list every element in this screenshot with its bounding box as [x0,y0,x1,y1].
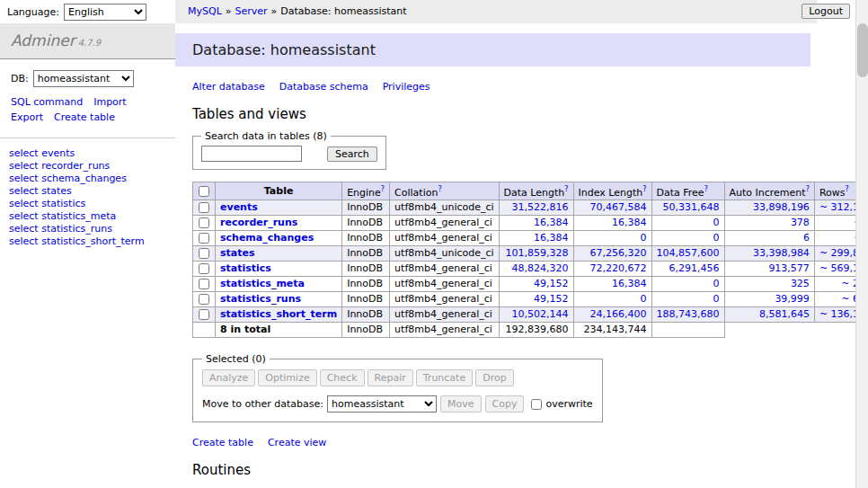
index-length-link-statistics[interactable]: 72,220,672 [590,262,647,274]
export-link[interactable]: Export [11,111,43,123]
table-link-states[interactable]: states [220,247,255,259]
sql-command-link[interactable]: SQL command [11,96,83,108]
vertical-scrollbar[interactable] [855,0,868,488]
table-link-statistics-runs[interactable]: statistics_runs [220,293,301,305]
row-checkbox-states[interactable] [199,248,209,259]
sidebar-select-events-link[interactable]: select events [9,147,166,159]
auto-increment-link-schema-changes[interactable]: 6 [803,232,810,244]
data-length-link-statistics-short-term[interactable]: 10,502,144 [512,308,569,320]
row-checkbox-statistics[interactable] [199,263,209,274]
data-length-link-statistics[interactable]: 48,824,320 [512,262,569,274]
data-free-link-statistics-meta[interactable]: 0 [713,278,720,289]
index-length-link-statistics-meta[interactable]: 16,384 [612,278,647,289]
sidebar-table-list: select eventsselect recorder_runsselect … [0,138,175,257]
table-link-statistics-meta[interactable]: statistics_meta [220,278,305,289]
index-length-help-link[interactable]: ? [642,185,646,193]
create-table-link[interactable]: Create table [192,437,253,448]
copy-button[interactable]: Copy [485,395,525,413]
search-button[interactable]: Search [327,146,377,162]
auto-increment-link-states[interactable]: 33,398,984 [753,247,810,259]
move-button[interactable]: Move [440,395,482,413]
data-free-help-link[interactable]: ? [704,185,708,193]
auto-increment-link-events[interactable]: 33,898,196 [753,201,810,213]
optimize-button[interactable]: Optimize [258,369,316,386]
row-checkbox-recorder-runs[interactable] [199,217,209,228]
table-link-statistics-short-term[interactable]: statistics_short_term [220,308,337,320]
row-checkbox-statistics-runs[interactable] [199,294,209,305]
auto-increment-link-statistics-runs[interactable]: 39,999 [775,293,810,305]
db-select[interactable]: homeassistant [33,70,134,87]
logout-button[interactable]: Logout [802,4,850,19]
auto-increment-help-link[interactable]: ? [806,185,810,193]
index-length-link-recorder-runs[interactable]: 16,384 [612,217,647,228]
check-button[interactable]: Check [320,369,365,386]
table-link-schema-changes[interactable]: schema_changes [220,232,314,244]
sidebar-select-statistics-meta-link[interactable]: select statistics_meta [9,210,166,222]
sidebar-select-recorder-runs-link[interactable]: select recorder_runs [9,160,166,172]
sidebar-select-statistics-runs-link[interactable]: select statistics_runs [9,223,166,235]
row-checkbox-events[interactable] [199,202,209,213]
data-length-help-link[interactable]: ? [564,185,568,193]
truncate-button[interactable]: Truncate [416,369,473,386]
select-all-checkbox[interactable] [199,186,209,197]
rows-link-statistics-runs[interactable]: ~ 628 [841,293,855,305]
index-length-link-statistics-short-term[interactable]: 24,166,400 [590,308,647,320]
auto-increment-link-statistics-short-term[interactable]: 8,581,645 [759,308,810,320]
auto-increment-link-recorder-runs[interactable]: 378 [791,217,810,228]
breadcrumb-current: Database: homeassistant [280,5,406,17]
data-length-link-statistics-meta[interactable]: 49,152 [534,278,569,289]
engine-help-link[interactable]: ? [381,185,385,193]
data-free-link-states[interactable]: 104,857,600 [657,247,720,259]
index-length-link-schema-changes[interactable]: 0 [641,232,647,244]
language-select[interactable]: English [64,4,146,21]
rows-link-events[interactable]: ~ 312,180 [819,201,855,213]
create-view-link[interactable]: Create view [268,437,326,448]
collation-help-link[interactable]: ? [438,185,441,193]
row-checkbox-schema-changes[interactable] [199,233,209,244]
rows-link-statistics-meta[interactable]: ~ 244 [841,278,855,289]
move-db-select[interactable]: homeassistant [327,395,437,413]
data-length-link-states[interactable]: 101,859,328 [506,247,569,259]
search-input[interactable] [201,146,302,162]
sidebar-select-statistics-short-term-link[interactable]: select statistics_short_term [9,235,166,247]
data-free-link-statistics-short-term[interactable]: 188,743,680 [657,308,720,320]
data-free-link-schema-changes[interactable]: 0 [713,232,720,244]
rows-help-link[interactable]: ? [845,185,848,193]
table-link-recorder-runs[interactable]: recorder_runs [220,217,297,228]
repair-button[interactable]: Repair [368,369,413,386]
data-length-link-events[interactable]: 31,522,816 [512,201,569,213]
privileges-link[interactable]: Privileges [383,81,430,93]
breadcrumb-mysql-link[interactable]: MySQL [188,5,222,17]
table-link-events[interactable]: events [220,201,258,213]
drop-button[interactable]: Drop [475,369,513,386]
table-link-statistics[interactable]: statistics [220,262,271,274]
alter-database-link[interactable]: Alter database [192,81,265,93]
data-free-link-statistics-runs[interactable]: 0 [713,293,720,305]
auto-increment-link-statistics[interactable]: 913,577 [768,262,810,274]
analyze-button[interactable]: Analyze [202,369,255,386]
index-length-link-states[interactable]: 67,256,320 [590,247,647,259]
rows-link-states[interactable]: ~ 299,833 [819,247,855,259]
database-schema-link[interactable]: Database schema [279,81,368,93]
import-link[interactable]: Import [93,96,127,108]
index-length-link-events[interactable]: 70,467,584 [590,201,647,213]
rows-link-statistics[interactable]: ~ 569,159 [819,262,855,274]
create-table-link[interactable]: Create table [54,111,115,123]
data-length-link-recorder-runs[interactable]: 16,384 [534,217,569,228]
data-free-link-statistics[interactable]: 6,291,456 [669,262,720,274]
sidebar-select-states-link[interactable]: select states [9,185,166,197]
row-checkbox-statistics-short-term[interactable] [199,309,209,320]
scrollbar-thumb[interactable] [857,23,868,77]
data-free-link-events[interactable]: 50,331,648 [663,201,720,213]
sidebar-select-statistics-link[interactable]: select statistics [9,198,166,209]
data-length-link-statistics-runs[interactable]: 49,152 [534,293,569,305]
breadcrumb-server-link[interactable]: Server [235,5,268,17]
overwrite-checkbox[interactable] [531,399,542,410]
data-free-link-recorder-runs[interactable]: 0 [713,217,720,228]
rows-link-statistics-short-term[interactable]: ~ 136,108 [819,308,855,320]
row-checkbox-statistics-meta[interactable] [199,279,209,289]
data-length-link-schema-changes[interactable]: 16,384 [534,232,569,244]
index-length-link-statistics-runs[interactable]: 0 [641,293,647,305]
auto-increment-link-statistics-meta[interactable]: 325 [791,278,810,289]
sidebar-select-schema-changes-link[interactable]: select schema_changes [9,173,166,184]
